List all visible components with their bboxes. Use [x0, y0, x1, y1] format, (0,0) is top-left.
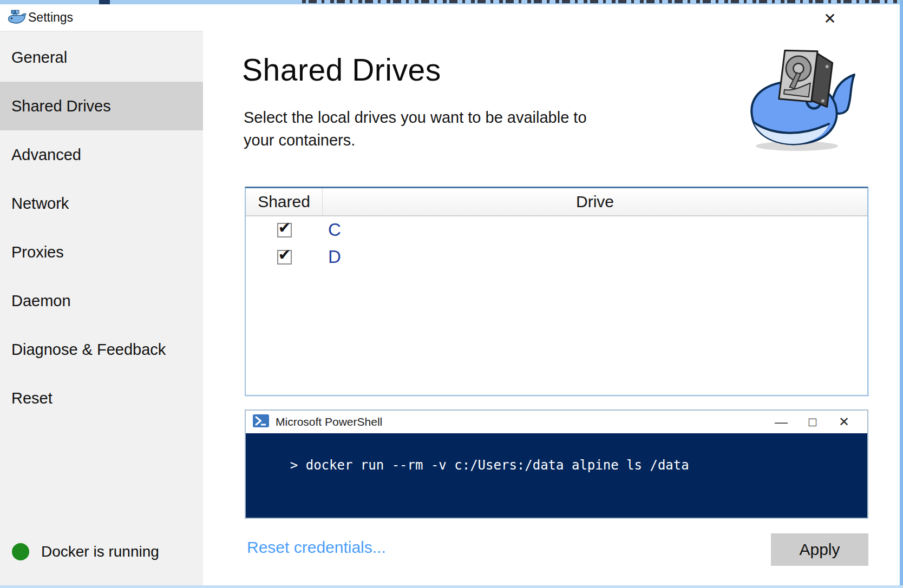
close-icon[interactable]: ✕: [817, 8, 842, 29]
status-running-icon: [12, 543, 29, 560]
powershell-terminal: > docker run --rm -v c:/Users:/data alpi…: [246, 433, 867, 518]
powershell-titlebar: Microsoft PowerShell — □ ✕: [246, 411, 867, 433]
column-header-drive: Drive: [323, 188, 867, 215]
powershell-window-title: Microsoft PowerShell: [276, 415, 382, 428]
sidebar-item-diagnose-feedback[interactable]: Diagnose & Feedback: [0, 325, 203, 374]
status-label: Docker is running: [41, 543, 159, 560]
column-header-shared: Shared: [246, 188, 323, 215]
terminal-command: > docker run --rm -v c:/Users:/data alpi…: [290, 458, 689, 473]
drive-c-checkbox-cell: ✔: [246, 223, 323, 237]
drive-d-checkbox[interactable]: ✔: [277, 250, 292, 265]
page-subtitle: Select the local drives you want to be a…: [244, 106, 617, 151]
sidebar-item-general[interactable]: General: [0, 33, 203, 82]
sidebar-item-proxies[interactable]: Proxies: [0, 228, 203, 276]
sidebar-list: General Shared Drives Advanced Network P…: [0, 31, 203, 422]
checkbox-checked-icon: ✔: [278, 246, 291, 264]
sidebar-item-reset[interactable]: Reset: [0, 374, 203, 422]
table-row: ✔ C: [246, 216, 867, 243]
background-window-remnant-right: [900, 0, 903, 588]
docker-whale-harddrive-illustration: [732, 48, 868, 156]
background-remnant-chip: [99, 0, 110, 4]
apply-button[interactable]: Apply: [771, 533, 868, 566]
sidebar-item-daemon[interactable]: Daemon: [0, 276, 203, 325]
docker-status: Docker is running: [12, 543, 159, 560]
powershell-example-window: Microsoft PowerShell — □ ✕ > docker run …: [245, 409, 868, 519]
close-icon[interactable]: ✕: [828, 414, 860, 430]
table-header: Shared Drive: [246, 188, 867, 216]
minimize-icon[interactable]: —: [765, 414, 797, 430]
table-row: ✔ D: [246, 243, 867, 270]
background-window-remnant-bottom: [0, 585, 903, 588]
shared-drives-table: Shared Drive ✔ C ✔ D: [245, 187, 868, 396]
sidebar-item-shared-drives[interactable]: Shared Drives: [0, 82, 203, 130]
drive-d-checkbox-cell: ✔: [246, 250, 323, 265]
sidebar-item-network[interactable]: Network: [0, 179, 203, 228]
docker-whale-icon: [6, 8, 27, 29]
checkbox-checked-icon: ✔: [278, 219, 291, 237]
page-title: Shared Drives: [242, 52, 441, 88]
powershell-icon: [253, 414, 269, 430]
drive-letter: C: [328, 220, 341, 240]
sidebar: General Shared Drives Advanced Network P…: [0, 31, 203, 585]
reset-credentials-link[interactable]: Reset credentials...: [247, 538, 386, 557]
drive-c-checkbox[interactable]: ✔: [277, 223, 292, 237]
sidebar-item-advanced[interactable]: Advanced: [0, 130, 203, 179]
window-title: Settings: [28, 10, 73, 25]
background-window-remnant-top: [0, 0, 903, 4]
titlebar: Settings ✕: [0, 4, 900, 31]
maximize-icon[interactable]: □: [797, 414, 828, 430]
background-remnant-text-marks: [302, 0, 900, 3]
powershell-window-controls: — □ ✕: [765, 411, 860, 433]
drive-letter: D: [328, 247, 341, 267]
